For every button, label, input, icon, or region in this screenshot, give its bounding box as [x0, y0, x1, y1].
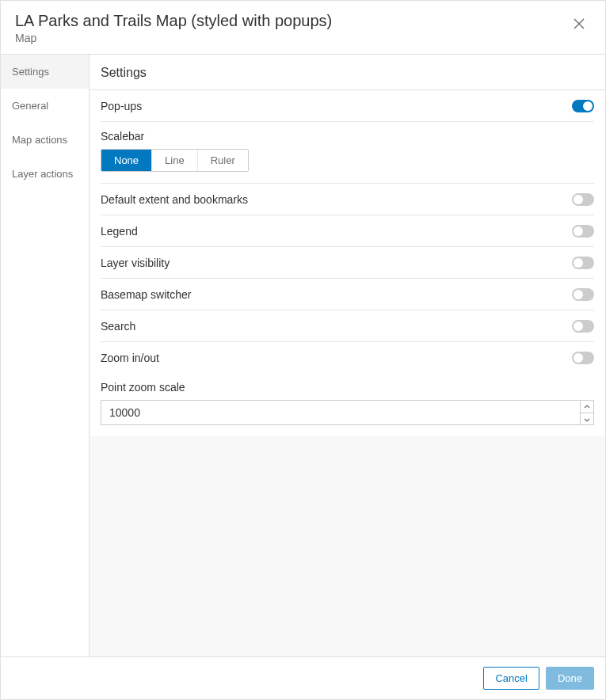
row-popups: Pop-ups	[101, 90, 594, 122]
row-legend: Legend	[101, 215, 594, 247]
main-panel: Settings Pop-ups Scalebar NoneLineRul	[90, 55, 605, 656]
popups-toggle[interactable]	[572, 100, 594, 112]
row-zoom-in-out: Zoom in/out	[101, 342, 594, 373]
popups-label: Pop-ups	[101, 100, 142, 112]
search-label: Search	[101, 320, 135, 333]
row-basemap-switcher: Basemap switcher	[101, 279, 594, 310]
dialog-footer: Cancel Done	[1, 656, 605, 699]
point-zoom-scale-down[interactable]	[581, 413, 593, 424]
dialog-title: LA Parks and Trails Map (styled with pop…	[15, 12, 332, 30]
chevron-up-icon	[584, 401, 590, 413]
zoom-in-out-label: Zoom in/out	[101, 352, 159, 364]
point-zoom-scale-label: Point zoom scale	[101, 381, 594, 394]
legend-label: Legend	[101, 225, 138, 238]
panel-body: Pop-ups Scalebar NoneLineRuler Default e…	[90, 90, 605, 656]
layer-visibility-label: Layer visibility	[101, 257, 170, 269]
sidebar-item-general[interactable]: General	[1, 89, 89, 123]
scalebar-option-ruler[interactable]: Ruler	[197, 150, 248, 171]
scalebar-option-none[interactable]: None	[101, 150, 151, 171]
point-zoom-scale-section: Point zoom scale	[101, 373, 594, 436]
dialog-subtitle: Map	[15, 32, 332, 44]
row-search: Search	[101, 310, 594, 342]
row-layer-visibility: Layer visibility	[101, 247, 594, 279]
layer-visibility-toggle[interactable]	[572, 257, 594, 269]
default-extent-bookmarks-toggle[interactable]	[572, 193, 594, 206]
sidebar-item-map-actions[interactable]: Map actions	[1, 123, 89, 157]
cancel-button[interactable]: Cancel	[483, 667, 539, 690]
scalebar-section: Scalebar NoneLineRuler	[101, 122, 594, 184]
point-zoom-scale-input[interactable]	[101, 401, 580, 424]
search-toggle[interactable]	[572, 320, 594, 333]
done-button[interactable]: Done	[546, 667, 594, 690]
sidebar-nav: SettingsGeneralMap actionsLayer actions	[1, 55, 90, 656]
scalebar-option-line[interactable]: Line	[151, 150, 197, 171]
row-default-extent-bookmarks: Default extent and bookmarks	[101, 184, 594, 215]
close-button[interactable]	[567, 12, 591, 38]
sidebar-item-layer-actions[interactable]: Layer actions	[1, 157, 89, 191]
dialog-header: LA Parks and Trails Map (styled with pop…	[1, 1, 605, 54]
point-zoom-scale-up[interactable]	[581, 401, 593, 413]
empty-area	[90, 436, 605, 656]
panel-heading: Settings	[90, 55, 605, 90]
point-zoom-scale-stepper	[101, 400, 594, 425]
scalebar-label: Scalebar	[101, 122, 594, 149]
header-title-group: LA Parks and Trails Map (styled with pop…	[15, 12, 332, 44]
scalebar-options: NoneLineRuler	[101, 149, 249, 172]
basemap-switcher-toggle[interactable]	[572, 288, 594, 301]
close-icon	[574, 20, 585, 32]
legend-toggle[interactable]	[572, 225, 594, 238]
chevron-down-icon	[584, 413, 590, 425]
basemap-switcher-label: Basemap switcher	[101, 288, 191, 301]
zoom-in-out-toggle[interactable]	[572, 352, 594, 364]
sidebar-item-settings[interactable]: Settings	[1, 55, 89, 89]
default-extent-bookmarks-label: Default extent and bookmarks	[101, 193, 248, 206]
dialog-body: SettingsGeneralMap actionsLayer actions …	[1, 54, 605, 656]
